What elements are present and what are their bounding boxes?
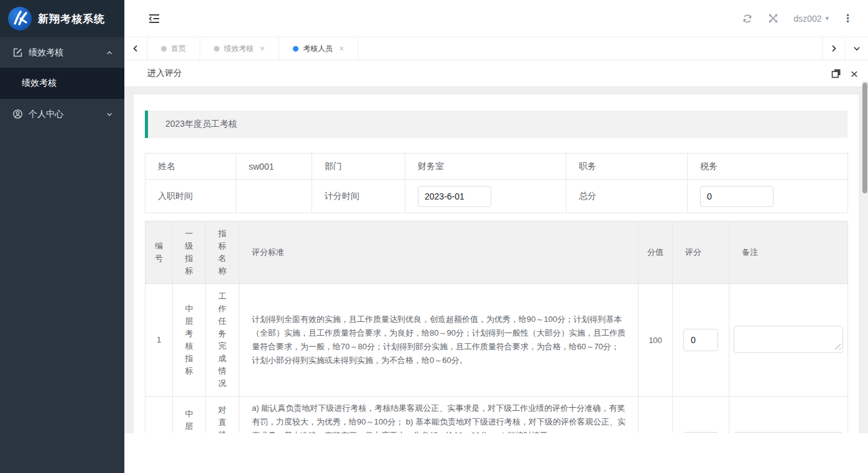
col-header-indicator: 指标名称 bbox=[206, 221, 239, 284]
row-no: 1 bbox=[145, 284, 173, 397]
tab-label: 考核人员 bbox=[303, 44, 333, 54]
close-icon[interactable]: × bbox=[851, 67, 858, 80]
scoring-table: 编号 一级指标 指标名称 评分标准 分值 评分 备注 1 中层考核指标 工作任务… bbox=[145, 221, 848, 433]
app-title: 新翔考核系统 bbox=[38, 12, 105, 26]
sidebar-item-label: 个人中心 bbox=[29, 109, 106, 120]
row-points: 100 bbox=[639, 284, 673, 397]
chevron-down-icon bbox=[106, 111, 113, 118]
total-score-cell bbox=[688, 180, 848, 213]
kebab-menu-icon[interactable]: ⋮ bbox=[836, 12, 859, 25]
sidebar-subitem-label: 绩效考核 bbox=[22, 78, 57, 89]
col-header-remark: 备注 bbox=[729, 221, 848, 284]
sidebar-subitem-performance[interactable]: 绩效考核 bbox=[0, 68, 124, 99]
assessment-banner: 2023年度员工考核 bbox=[145, 111, 847, 138]
row-level1: 中层考核指标 bbox=[173, 284, 206, 397]
tab-close-icon[interactable]: × bbox=[260, 44, 265, 53]
scrollbar-track[interactable] bbox=[862, 81, 868, 433]
row-indicator: 对直线 bbox=[206, 397, 239, 434]
edit-icon bbox=[13, 48, 22, 57]
tab-close-icon[interactable]: × bbox=[339, 44, 344, 53]
tabs-scroll-right-icon[interactable] bbox=[822, 37, 845, 60]
dialog-header: 进入评分 × bbox=[124, 60, 868, 87]
refresh-icon[interactable] bbox=[734, 6, 760, 31]
username: dsz002 bbox=[793, 14, 821, 24]
dept-value: 财务室 bbox=[405, 154, 566, 180]
page-background bbox=[124, 433, 868, 473]
total-score-label: 总分 bbox=[566, 180, 688, 213]
sidebar-item-performance[interactable]: 绩效考核 bbox=[0, 37, 124, 68]
scoring-row: 中层考核指标 对直线 a) 能认真负责地对下级进行考核，考核结果客观公正、实事求… bbox=[145, 397, 848, 434]
fullscreen-icon[interactable] bbox=[760, 6, 786, 31]
tab-dot bbox=[214, 46, 219, 52]
col-header-standard: 评分标准 bbox=[239, 221, 639, 284]
dialog-window-controls: × bbox=[831, 67, 858, 80]
remark-textarea[interactable] bbox=[734, 326, 843, 353]
scoring-table-header: 编号 一级指标 指标名称 评分标准 分值 评分 备注 bbox=[145, 221, 848, 284]
scrollbar-thumb[interactable] bbox=[862, 83, 867, 193]
dialog-title: 进入评分 bbox=[147, 68, 182, 79]
tab-label: 绩效考核 bbox=[224, 44, 254, 54]
dialog-content: 2023年度员工考核 姓名 sw001 部门 财务室 职务 税务 入职时间 bbox=[124, 87, 868, 433]
row-score-cell bbox=[673, 397, 729, 434]
row-no bbox=[145, 397, 173, 434]
name-value: sw001 bbox=[236, 154, 312, 180]
hire-date-label: 入职时间 bbox=[145, 180, 236, 213]
tab-home[interactable]: 首页 bbox=[147, 37, 200, 60]
duty-label: 职务 bbox=[566, 154, 688, 180]
tabs-menu-chevron-icon[interactable] bbox=[845, 37, 868, 60]
dept-label: 部门 bbox=[312, 154, 405, 180]
tab-dot bbox=[293, 46, 298, 52]
duty-value: 税务 bbox=[688, 154, 848, 180]
tabbar-spacer bbox=[358, 37, 822, 60]
assessment-card: 2023年度员工考核 姓名 sw001 部门 财务室 职务 税务 入职时间 bbox=[134, 94, 859, 433]
tabs-scroll-left-icon[interactable] bbox=[124, 37, 147, 60]
sidebar: 新翔考核系统 绩效考核 绩效考核 个人中心 bbox=[0, 0, 124, 473]
info-row-2: 入职时间 计分时间 总分 bbox=[145, 180, 848, 213]
info-row-1: 姓名 sw001 部门 财务室 职务 税务 bbox=[145, 154, 848, 180]
row-level1: 中层考核指标 bbox=[173, 397, 206, 434]
col-header-points: 分值 bbox=[639, 221, 673, 284]
score-input[interactable] bbox=[683, 329, 718, 351]
name-label: 姓名 bbox=[145, 154, 236, 180]
tab-performance[interactable]: 绩效考核 × bbox=[200, 37, 279, 60]
score-time-input[interactable] bbox=[418, 186, 491, 207]
score-time-cell bbox=[405, 180, 566, 213]
logo-bar: 新翔考核系统 bbox=[0, 0, 124, 37]
row-score-cell bbox=[673, 284, 729, 397]
chevron-up-icon bbox=[106, 49, 113, 57]
col-header-no: 编号 bbox=[145, 221, 173, 284]
tab-dot bbox=[161, 46, 167, 52]
col-header-score: 评分 bbox=[673, 221, 729, 284]
main-area: dsz002 ▾ ⋮ 首页 绩效考核 × 考核人员 × bbox=[124, 0, 868, 473]
score-time-label: 计分时间 bbox=[312, 180, 405, 213]
employee-info-table: 姓名 sw001 部门 财务室 职务 税务 入职时间 计分时间 总分 bbox=[145, 153, 848, 213]
top-navbar: dsz002 ▾ ⋮ bbox=[124, 0, 868, 37]
assessment-title: 2023年度员工考核 bbox=[165, 119, 237, 130]
tab-assessors[interactable]: 考核人员 × bbox=[279, 37, 358, 60]
row-remark-cell bbox=[729, 397, 848, 434]
user-dropdown[interactable]: dsz002 ▾ bbox=[786, 14, 836, 24]
row-points bbox=[639, 397, 673, 434]
hire-date-value bbox=[236, 180, 312, 213]
col-header-level1: 一级指标 bbox=[173, 221, 206, 284]
restore-window-icon[interactable] bbox=[831, 68, 841, 78]
scoring-row: 1 中层考核指标 工作任务完成情况 计划得到全面有效的实施，且工作质量达到优良，… bbox=[145, 284, 848, 397]
row-standard: a) 能认真负责地对下级进行考核，考核结果客观公正、实事求是，对下级工作业绩的评… bbox=[239, 397, 639, 434]
row-indicator: 工作任务完成情况 bbox=[206, 284, 239, 397]
sidebar-item-label: 绩效考核 bbox=[29, 47, 106, 58]
caret-down-icon: ▾ bbox=[825, 14, 829, 22]
tab-label: 首页 bbox=[171, 44, 186, 54]
sidebar-collapse-icon[interactable] bbox=[147, 11, 162, 26]
navbar-right-controls: dsz002 ▾ ⋮ bbox=[734, 6, 859, 31]
app-logo-icon bbox=[8, 7, 32, 30]
row-remark-cell bbox=[729, 284, 848, 397]
total-score-input[interactable] bbox=[700, 186, 773, 207]
row-standard: 计划得到全面有效的实施，且工作质量达到优良，创造超额价值，为优秀，给90～100… bbox=[239, 284, 639, 397]
tab-bar: 首页 绩效考核 × 考核人员 × bbox=[124, 37, 868, 60]
remark-textarea[interactable] bbox=[734, 432, 843, 433]
user-icon bbox=[13, 109, 22, 119]
sidebar-item-personal-center[interactable]: 个人中心 bbox=[0, 99, 124, 129]
